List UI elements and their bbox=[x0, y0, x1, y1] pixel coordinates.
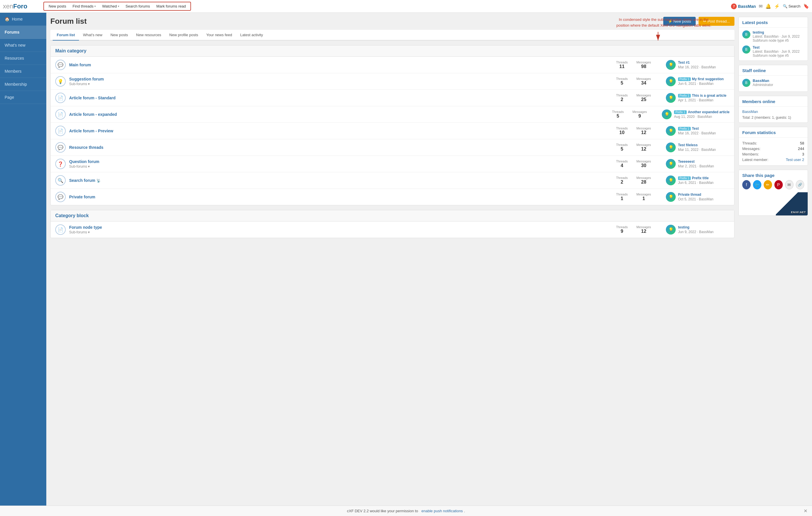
forum-latest: 💡testingJun 9, 2022 · BassMan bbox=[666, 225, 729, 235]
stat-threads-label: Threads bbox=[616, 77, 628, 81]
stat-threads-value: 5 bbox=[616, 81, 628, 86]
tab-latest-activity[interactable]: Latest activity bbox=[236, 30, 267, 40]
search-button[interactable]: 🔍 Search bbox=[783, 4, 801, 8]
latest-post-title[interactable]: Teeeeeest bbox=[678, 160, 695, 164]
stats-members-label: Members: bbox=[742, 152, 759, 156]
tab-new-posts[interactable]: New posts bbox=[107, 30, 132, 40]
latest-post-title[interactable]: Prefix title bbox=[692, 176, 709, 180]
username[interactable]: BassMan bbox=[738, 4, 756, 9]
table-row: 💬Resource threadsThreads5Messages12💡Test… bbox=[51, 139, 734, 156]
tab-new-resources[interactable]: New resources bbox=[132, 30, 165, 40]
lp-title[interactable]: testing bbox=[753, 30, 800, 34]
latest-meta: Aug 11, 2020 · BassMan bbox=[674, 115, 729, 119]
enxf-watermark-container: ENXF.NET bbox=[739, 192, 808, 215]
forum-subforums[interactable]: Sub-forums ▾ bbox=[69, 230, 613, 234]
bell-icon[interactable]: 🔔 bbox=[765, 3, 771, 9]
stat-threads-value: 9 bbox=[616, 229, 628, 234]
forum-subforums[interactable]: Sub-forums ▾ bbox=[69, 82, 613, 86]
forum-name-link[interactable]: Article forum - Preview bbox=[69, 129, 113, 133]
topnav-watched[interactable]: Watched▾ bbox=[99, 3, 122, 9]
stat-messages-value: 12 bbox=[636, 229, 651, 234]
topnav-mark-read[interactable]: Mark forums read bbox=[153, 3, 189, 9]
share-twitter-button[interactable]: 🐦 bbox=[753, 180, 761, 189]
topnav-search-forums[interactable]: Search forums bbox=[123, 3, 153, 9]
staff-name[interactable]: BassMan bbox=[753, 79, 773, 83]
forum-latest: 💡Test filelessMar 11, 2022 · BassMan bbox=[666, 142, 729, 152]
share-pinterest-button[interactable]: P bbox=[774, 180, 783, 189]
sidebar-item-label-forums: Forums bbox=[5, 30, 19, 34]
forum-info: Private forum bbox=[69, 195, 613, 199]
share-mail-button[interactable]: ✉ bbox=[785, 180, 793, 189]
sidebar-item-members[interactable]: Members bbox=[0, 65, 46, 78]
latest-post-title[interactable]: Test #1 bbox=[678, 60, 690, 64]
forum-name-link[interactable]: Search forum 📡 bbox=[69, 178, 101, 183]
stat-messages: Messages30 bbox=[636, 160, 651, 168]
forum-name-link[interactable]: Question forum bbox=[69, 159, 99, 164]
forum-name-link[interactable]: Resource threads bbox=[69, 145, 103, 150]
latest-post-title[interactable]: Another expanded article bbox=[688, 110, 729, 114]
logo[interactable]: xenForo bbox=[3, 3, 44, 10]
notification-bar: cXF DEV 2.2 would like your permission t… bbox=[0, 506, 812, 516]
share-facebook-button[interactable]: f bbox=[742, 180, 751, 189]
sidebar-item-membership[interactable]: Membership bbox=[0, 78, 46, 91]
latest-post-title[interactable]: Private thread bbox=[678, 193, 701, 197]
stat-messages: Messages1 bbox=[636, 193, 651, 201]
table-row: 📄Forum node typeSub-forums ▾Threads9Mess… bbox=[51, 221, 734, 238]
latest-meta: Jun 6, 2021 · BassMan bbox=[678, 181, 714, 185]
topnav-new-posts[interactable]: New posts bbox=[46, 3, 69, 9]
latest-post-title[interactable]: My first suggestion bbox=[692, 77, 724, 81]
logo-xen: xen bbox=[3, 3, 13, 10]
forum-name-link[interactable]: Private forum bbox=[69, 195, 95, 199]
lightning-icon[interactable]: ⚡ bbox=[774, 3, 780, 9]
stat-messages-label: Messages bbox=[636, 160, 651, 163]
forum-info: Article forum - Preview bbox=[69, 129, 613, 133]
stat-threads-label: Threads bbox=[616, 60, 628, 64]
sidebar-item-resources[interactable]: Resources bbox=[0, 52, 46, 65]
search-label: Search bbox=[788, 4, 801, 8]
forum-name-link[interactable]: Main forum bbox=[69, 62, 91, 67]
tab-forum-list[interactable]: Forum list bbox=[53, 30, 79, 40]
notification-link[interactable]: enable push notifications bbox=[421, 509, 463, 513]
forum-icon: 💬 bbox=[55, 142, 66, 153]
forum-info: Main forum bbox=[69, 62, 613, 67]
tab-new-profile-posts[interactable]: New profile posts bbox=[165, 30, 202, 40]
lp-sub: Subforum node type #5 bbox=[753, 38, 800, 43]
forum-name-link[interactable]: Article forum - expanded bbox=[69, 112, 117, 117]
stat-threads-value: 2 bbox=[616, 180, 628, 185]
stats-latest-value[interactable]: Test user 2 bbox=[786, 158, 804, 162]
header-post-thread-button[interactable]: ✏ Post thread... bbox=[699, 17, 734, 26]
forum-subforums[interactable]: Sub-forums ▾ bbox=[69, 164, 613, 168]
mail-icon[interactable]: ✉ bbox=[759, 3, 762, 9]
notification-close-button[interactable]: ✕ bbox=[804, 508, 807, 514]
share-link-button[interactable]: 🔗 bbox=[796, 180, 804, 189]
latest-info: Test filelessMar 11, 2022 · BassMan bbox=[678, 143, 716, 152]
sidebar-item-forums[interactable]: Forums bbox=[0, 26, 46, 39]
sidebar-item-page[interactable]: Page bbox=[0, 91, 46, 104]
watermark: ENXF.NET bbox=[776, 192, 808, 215]
latest-post-title[interactable]: testing bbox=[678, 225, 689, 229]
sidebar-item-home[interactable]: 🏠 Home bbox=[0, 13, 46, 26]
latest-post-title[interactable]: Test fileless bbox=[678, 143, 698, 147]
sidebar-item-whats-new[interactable]: What's new bbox=[0, 39, 46, 52]
stat-threads-value: 11 bbox=[616, 64, 628, 69]
stat-messages-label: Messages bbox=[636, 143, 651, 146]
share-edit-button[interactable]: ✏ bbox=[764, 180, 772, 189]
stat-threads: Threads11 bbox=[616, 60, 628, 69]
online-member-name[interactable]: BassMan bbox=[742, 109, 804, 114]
tab-your-news-feed[interactable]: Your news feed bbox=[202, 30, 236, 40]
stat-threads-label: Threads bbox=[616, 127, 628, 130]
latest-post-title[interactable]: This is a great article bbox=[692, 93, 726, 98]
avatar: 💡 bbox=[666, 60, 676, 70]
stat-threads-value: 1 bbox=[616, 196, 628, 201]
header-new-posts-button[interactable]: ⚡ New posts bbox=[663, 17, 696, 26]
bookmark-icon[interactable]: 🔖 bbox=[803, 3, 809, 9]
topnav-find-threads[interactable]: Find threads▾ bbox=[70, 3, 99, 9]
forum-name-link[interactable]: Article forum - Standard bbox=[69, 96, 115, 100]
forum-stats: Threads9Messages12 bbox=[616, 225, 662, 234]
forum-name-link[interactable]: Suggestion forum bbox=[69, 77, 104, 81]
forum-name-link[interactable]: Forum node type bbox=[69, 225, 102, 229]
tab-whats-new[interactable]: What's new bbox=[79, 30, 107, 40]
lp-title[interactable]: Test bbox=[753, 46, 800, 50]
stat-messages: Messages9 bbox=[632, 110, 647, 119]
latest-post-title[interactable]: Test bbox=[692, 127, 699, 131]
